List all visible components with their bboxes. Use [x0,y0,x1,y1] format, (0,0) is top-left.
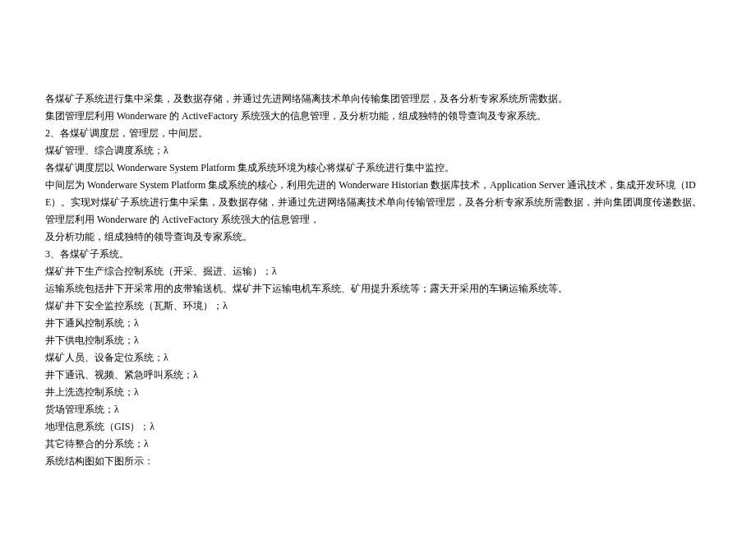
text-line-12: 煤矿井下安全监控系统（瓦斯、环境）；λ [45,297,711,315]
text-line-17: 井上洗选控制系统；λ [45,384,711,401]
text-line-14: 井下供电控制系统；λ [45,332,711,349]
text-line-10: 煤矿井下生产综合控制系统（开采、掘进、运输）；λ [45,263,711,280]
text-line-15: 煤矿人员、设备定位系统；λ [45,349,711,367]
text-line-18: 货场管理系统；λ [45,401,711,418]
text-line-20: 其它待整合的分系统；λ [45,436,711,453]
text-line-6: 中间层为 Wonderware System Platform 集成系统的核心，… [45,177,711,211]
text-line-16: 井下通讯、视频、紧急呼叫系统；λ [45,367,711,384]
text-line-7: 管理层利用 Wonderware 的 ActiveFactory 系统强大的信息… [45,211,711,228]
text-line-1: 各煤矿子系统进行集中采集，及数据存储，并通过先进网络隔离技术单向传输集团管理层，… [45,90,711,108]
text-line-4: 煤矿管理、综合调度系统；λ [45,142,711,159]
text-line-11: 运输系统包括井下开采常用的皮带输送机、煤矿井下运输电机车系统、矿用提升系统等；露… [45,280,711,297]
text-line-19: 地理信息系统（GIS）；λ [45,418,711,436]
text-line-2: 集团管理层利用 Wonderware 的 ActiveFactory 系统强大的… [45,108,711,125]
text-line-5: 各煤矿调度层以 Wonderware System Platform 集成系统环… [45,159,711,177]
text-line-21: 系统结构图如下图所示： [45,453,711,470]
text-line-8: 及分析功能，组成独特的领导查询及专家系统。 [45,228,711,246]
text-line-9: 3、各煤矿子系统。 [45,246,711,263]
text-line-13: 井下通风控制系统；λ [45,315,711,332]
text-line-3: 2、各煤矿调度层，管理层，中间层。 [45,125,711,142]
